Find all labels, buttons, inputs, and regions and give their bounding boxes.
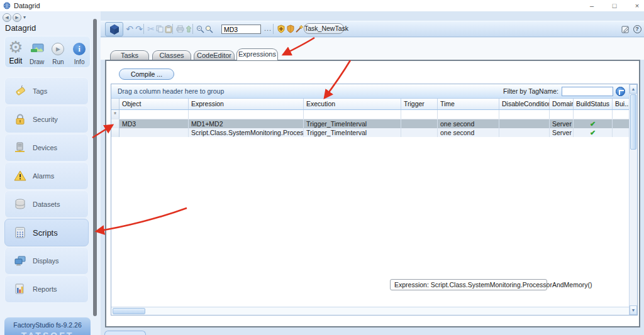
shield-icon[interactable] bbox=[286, 25, 295, 33]
server-icon bbox=[14, 141, 26, 154]
col-domain[interactable]: Domain bbox=[550, 99, 574, 109]
lock-icon bbox=[14, 113, 26, 126]
tag-icon bbox=[14, 85, 26, 97]
edit-note-icon[interactable] bbox=[621, 25, 630, 33]
bottom-panel-stub[interactable] bbox=[104, 331, 146, 335]
new-row-marker: * bbox=[111, 110, 119, 119]
forward-icon[interactable]: ▶ bbox=[13, 13, 21, 22]
back-icon[interactable]: ◀ bbox=[3, 13, 11, 22]
hscroll-thumb[interactable] bbox=[113, 308, 145, 314]
sidebar-item-scripts[interactable]: Scripts bbox=[4, 219, 89, 246]
row-header-corner bbox=[111, 99, 119, 109]
col-execution[interactable]: Execution bbox=[304, 99, 401, 109]
col-object[interactable]: Object bbox=[119, 99, 189, 109]
script-grid-icon bbox=[14, 226, 26, 239]
play-icon: ▶ bbox=[52, 40, 64, 58]
sidebar-item-reports[interactable]: Reports bbox=[4, 275, 89, 303]
project-title: Datagrid bbox=[5, 23, 36, 33]
zoom-out-icon[interactable] bbox=[196, 25, 204, 33]
export-up-icon[interactable] bbox=[184, 25, 193, 33]
cut-icon[interactable]: ✂ bbox=[147, 25, 155, 33]
sidebar-item-datasets[interactable]: Datasets bbox=[4, 190, 89, 218]
minimize-button[interactable]: – bbox=[584, 1, 600, 11]
wand-icon[interactable] bbox=[295, 25, 304, 33]
home-cube-button[interactable] bbox=[105, 22, 123, 36]
col-disablecondition[interactable]: DisableCondition bbox=[499, 99, 550, 109]
vertical-scrollbar[interactable]: ▲ ▼ bbox=[629, 84, 637, 315]
sidebar-sections: Tags Security Devices Alarms Datasets Sc… bbox=[4, 77, 91, 304]
tab-classes[interactable]: Classes bbox=[152, 50, 191, 60]
info-icon: i bbox=[73, 40, 86, 58]
filter-label: Filter by TagName: bbox=[503, 87, 558, 95]
col-build-truncated[interactable]: Bui... bbox=[613, 99, 629, 109]
compile-button[interactable]: Compile ... bbox=[119, 69, 174, 80]
group-by-bar[interactable]: Drag a column header here to group Filte… bbox=[111, 84, 629, 99]
title-bar: Datagrid – □ × bbox=[0, 0, 644, 11]
build-ok-icon: ✔ bbox=[590, 129, 596, 136]
build-ok-icon: ✔ bbox=[590, 120, 596, 128]
mode-draw-button[interactable]: Draw bbox=[26, 36, 48, 67]
expression-tooltip: Expression: Script.Class.SystemMonitorin… bbox=[390, 279, 547, 290]
table-row-selected[interactable]: MD3 MD1+MD2 Trigger_TimeInterval one sec… bbox=[111, 119, 629, 128]
more-button[interactable]: ... bbox=[264, 25, 272, 32]
brand-text: TATSOFT bbox=[4, 331, 91, 335]
tab-tasks[interactable]: Tasks bbox=[110, 50, 149, 60]
mode-info-button[interactable]: i Info bbox=[69, 36, 90, 67]
task-selector-button[interactable]: Task_NewTask bbox=[304, 23, 344, 34]
horizontal-scrollbar[interactable] bbox=[111, 307, 629, 315]
sidebar-item-displays[interactable]: Displays bbox=[4, 247, 89, 275]
copy-icon[interactable] bbox=[155, 25, 164, 33]
shield-add-icon[interactable] bbox=[277, 25, 286, 33]
sidebar: ◀ ▶ ▾ Datagrid ⚙ Edit Draw ▶ Run i Info … bbox=[0, 11, 101, 335]
col-trigger[interactable]: Trigger bbox=[401, 99, 438, 109]
scroll-up-icon[interactable]: ▲ bbox=[630, 84, 637, 94]
redo-icon[interactable]: ↷ bbox=[135, 25, 143, 33]
col-buildstatus[interactable]: BuildStatus bbox=[574, 99, 613, 109]
print-icon[interactable] bbox=[175, 25, 184, 33]
picture-icon bbox=[30, 40, 44, 58]
tab-strip: Tasks Classes CodeEditor Expressions bbox=[101, 38, 644, 60]
new-row[interactable]: * bbox=[111, 110, 629, 119]
database-icon bbox=[14, 198, 26, 211]
search-icon[interactable] bbox=[204, 25, 213, 33]
window-title: Datagrid bbox=[14, 2, 40, 9]
maximize-button[interactable]: □ bbox=[606, 1, 623, 11]
col-time[interactable]: Time bbox=[438, 99, 499, 109]
mode-run-button[interactable]: ▶ Run bbox=[48, 36, 69, 67]
col-expression[interactable]: Expression bbox=[189, 99, 304, 109]
nav-buttons: ◀ ▶ ▾ bbox=[3, 13, 26, 22]
warning-icon bbox=[14, 170, 26, 182]
app-icon bbox=[3, 2, 11, 9]
cube-icon bbox=[109, 24, 120, 35]
filter-input[interactable] bbox=[562, 87, 613, 96]
mode-edit-button[interactable]: ⚙ Edit bbox=[5, 36, 26, 67]
sidebar-scrollbar[interactable] bbox=[93, 19, 97, 316]
chart-icon bbox=[14, 283, 26, 295]
group-hint-text: Drag a column header here to group bbox=[118, 87, 224, 95]
grid-header-row: Object Expression Execution Trigger Time… bbox=[111, 99, 629, 110]
row-selector[interactable] bbox=[111, 119, 119, 128]
table-row[interactable]: Script.Class.SystemMonitoring.ProcessorA… bbox=[111, 128, 629, 137]
vscroll-thumb[interactable] bbox=[630, 94, 636, 150]
sidebar-item-security[interactable]: Security bbox=[4, 106, 89, 133]
monitors-icon bbox=[14, 255, 26, 267]
scroll-down-icon[interactable]: ▼ bbox=[630, 305, 637, 315]
sidebar-item-alarms[interactable]: Alarms bbox=[4, 162, 89, 190]
mode-panel: ⚙ Edit Draw ▶ Run i Info bbox=[4, 36, 91, 68]
version-text: FactoryStudio fs-9.2.26 bbox=[4, 321, 91, 329]
paste-icon[interactable] bbox=[164, 25, 173, 33]
sidebar-item-devices[interactable]: Devices bbox=[4, 134, 89, 162]
search-input[interactable] bbox=[221, 25, 261, 34]
version-panel: FactoryStudio fs-9.2.26 TATSOFT bbox=[4, 317, 91, 335]
gear-icon: ⚙ bbox=[8, 38, 23, 56]
help-icon[interactable]: ? bbox=[633, 25, 641, 33]
sidebar-item-tags[interactable]: Tags bbox=[4, 77, 89, 105]
row-selector[interactable] bbox=[111, 128, 119, 137]
close-button[interactable]: × bbox=[629, 1, 644, 11]
tab-codeeditor[interactable]: CodeEditor bbox=[194, 50, 235, 60]
filter-sphere-icon[interactable] bbox=[616, 87, 625, 96]
tab-expressions[interactable]: Expressions bbox=[236, 48, 278, 60]
nav-dropdown-icon[interactable]: ▾ bbox=[23, 14, 26, 20]
undo-icon[interactable]: ↶ bbox=[125, 25, 134, 33]
